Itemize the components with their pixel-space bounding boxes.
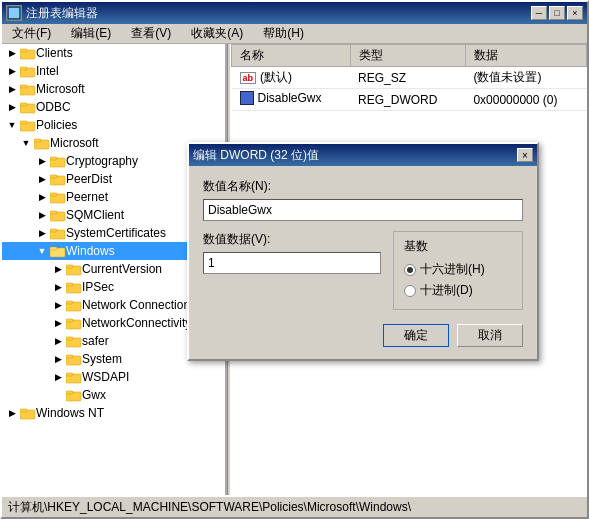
menu-item-f[interactable]: 文件(F) [6, 24, 57, 43]
expand-icon[interactable]: ▶ [34, 189, 50, 205]
expand-icon[interactable]: ▶ [4, 99, 20, 115]
dec-radio-item[interactable]: 十进制(D) [404, 282, 512, 299]
expand-icon[interactable]: ▶ [34, 225, 50, 241]
expand-icon[interactable]: ▶ [34, 153, 50, 169]
expand-icon[interactable]: ▶ [4, 45, 20, 61]
dec-radio[interactable] [404, 285, 416, 297]
svg-rect-6 [20, 49, 27, 52]
tree-item-odbc[interactable]: ▶ ODBC [2, 98, 225, 116]
svg-rect-3 [9, 13, 14, 18]
svg-rect-42 [66, 373, 73, 376]
svg-rect-20 [50, 175, 57, 178]
tree-label: System [82, 352, 122, 366]
menu-item-h[interactable]: 帮助(H) [257, 24, 310, 43]
dialog-title-bar: 编辑 DWORD (32 位)值 × [189, 144, 537, 166]
folder-icon [50, 208, 66, 222]
expand-icon[interactable]: ▶ [34, 207, 50, 223]
value-name-label: 数值名称(N): [203, 178, 523, 195]
dialog-close-button[interactable]: × [517, 148, 533, 162]
value-name: (默认) [260, 69, 292, 86]
value-name-input[interactable] [203, 199, 523, 221]
value-type-cell: REG_SZ [350, 67, 465, 89]
tree-item-intel[interactable]: ▶ Intel [2, 62, 225, 80]
registry-table: 名称 类型 数据 ab (默认) REG_SZ [231, 44, 587, 111]
folder-icon [20, 46, 36, 60]
tree-label: IPSec [82, 280, 114, 294]
folder-icon [66, 280, 82, 294]
hex-radio[interactable] [404, 264, 416, 276]
svg-rect-8 [20, 67, 27, 70]
tree-item-policies[interactable]: ▼ Policies [2, 116, 225, 134]
folder-icon [50, 172, 66, 186]
col-data: 数据 [465, 45, 586, 67]
expand-icon[interactable]: ▶ [4, 405, 20, 421]
dialog-content: 数值名称(N): 数值数据(V): 基数 十六进制(H) [189, 166, 537, 359]
expand-icon[interactable]: ▶ [34, 171, 50, 187]
tree-label: SQMClient [66, 208, 124, 222]
table-row[interactable]: DisableGwx REG_DWORD 0x00000000 (0) [232, 89, 587, 111]
ok-button[interactable]: 确定 [383, 324, 449, 347]
cancel-button[interactable]: 取消 [457, 324, 523, 347]
tree-item-windowsnt[interactable]: ▶ Windows NT [2, 404, 225, 422]
tree-item-gwx[interactable]: ▶ Gwx [2, 386, 225, 404]
svg-rect-24 [50, 211, 57, 214]
maximize-button[interactable]: □ [549, 6, 565, 20]
folder-icon [66, 316, 82, 330]
value-data-input[interactable] [203, 252, 381, 274]
table-row[interactable]: ab (默认) REG_SZ (数值未设置) [232, 67, 587, 89]
expand-icon[interactable]: ▶ [50, 279, 66, 295]
menu-item-v[interactable]: 查看(V) [125, 24, 177, 43]
expand-icon[interactable]: ▶ [50, 333, 66, 349]
expand-icon[interactable]: ▼ [34, 243, 50, 259]
tree-label: Windows [66, 244, 115, 258]
folder-icon [50, 154, 66, 168]
tree-item-microsoft[interactable]: ▶ Microsoft [2, 80, 225, 98]
status-bar: 计算机\HKEY_LOCAL_MACHINE\SOFTWARE\Policies… [2, 495, 587, 517]
dword-edit-dialog: 编辑 DWORD (32 位)值 × 数值名称(N): 数值数据(V): 基数 [187, 142, 539, 361]
hex-radio-item[interactable]: 十六进制(H) [404, 261, 512, 278]
value-icon: DisableGwx [240, 91, 322, 105]
svg-rect-46 [20, 409, 27, 412]
base-section: 基数 十六进制(H) 十进制(D) [393, 231, 523, 310]
expand-icon[interactable]: ▶ [4, 63, 20, 79]
folder-icon [66, 334, 82, 348]
expand-icon[interactable]: ▶ [50, 297, 66, 313]
expand-icon[interactable]: ▶ [4, 81, 20, 97]
tree-item-wsdapi[interactable]: ▶ WSDAPI [2, 368, 225, 386]
svg-rect-28 [50, 247, 57, 250]
menu-item-e[interactable]: 编辑(E) [65, 24, 117, 43]
minimize-button[interactable]: ─ [531, 6, 547, 20]
folder-icon [50, 190, 66, 204]
svg-rect-34 [66, 301, 73, 304]
folder-icon [20, 406, 36, 420]
value-data-label: 数值数据(V): [203, 231, 381, 248]
title-bar-content: 注册表编辑器 [6, 5, 98, 22]
svg-rect-12 [20, 103, 27, 106]
svg-rect-32 [66, 283, 73, 286]
tree-label: Policies [36, 118, 77, 132]
value-data-cell: 0x00000000 (0) [465, 89, 586, 111]
expand-icon[interactable]: ▶ [50, 351, 66, 367]
folder-icon [20, 118, 36, 132]
folder-icon [50, 244, 66, 258]
expand-icon[interactable]: ▼ [4, 117, 20, 133]
tree-label: PeerDist [66, 172, 112, 186]
close-button[interactable]: × [567, 6, 583, 20]
expand-icon[interactable]: ▶ [50, 369, 66, 385]
expand-icon[interactable]: ▼ [18, 135, 34, 151]
window-title: 注册表编辑器 [26, 5, 98, 22]
svg-rect-1 [9, 8, 14, 13]
svg-rect-26 [50, 229, 57, 232]
value-data-section: 数值数据(V): [203, 231, 381, 284]
svg-rect-4 [14, 13, 19, 18]
title-bar: 注册表编辑器 ─ □ × [2, 2, 587, 24]
svg-rect-30 [66, 265, 73, 268]
menu-item-a[interactable]: 收藏夹(A) [185, 24, 249, 43]
expand-icon[interactable]: ▶ [50, 261, 66, 277]
base-label: 基数 [404, 238, 512, 255]
folder-icon [34, 136, 50, 150]
expand-icon[interactable]: ▶ [50, 315, 66, 331]
tree-item-clients[interactable]: ▶ Clients [2, 44, 225, 62]
ab-icon: ab [240, 72, 257, 84]
svg-rect-22 [50, 193, 57, 196]
